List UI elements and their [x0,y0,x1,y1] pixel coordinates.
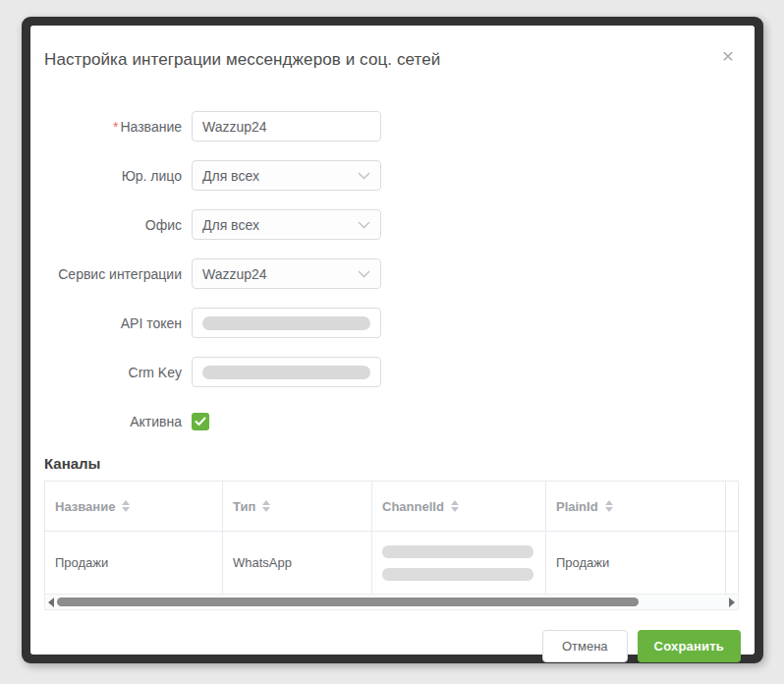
office-selected-value: Для всех [202,217,259,233]
form-row-active: Активна [44,406,741,436]
dialog-title: Настройка интеграции мессенджеров и соц.… [44,50,741,70]
column-header-plainid[interactable]: PlainId [546,482,726,531]
scrollbar-thumb[interactable] [57,598,639,606]
spacer-column [726,482,738,531]
integration-settings-dialog: Настройка интеграции мессенджеров и соц.… [30,26,755,655]
sort-icon[interactable] [122,500,130,512]
chevron-down-icon [358,221,370,229]
cancel-button[interactable]: Отмена [542,630,628,662]
channels-section-heading: Каналы [44,455,741,472]
redacted-value-bar [202,316,370,330]
sort-icon[interactable] [262,500,270,512]
form-row-api-token: API токен [44,308,741,338]
form-row-name: *Название [44,111,741,142]
channels-table: Название Тип ChannelId PlainId [44,481,739,595]
redacted-channel-id [382,545,535,581]
cell-channel-type: WhatsApp [223,532,372,594]
form-row-crm-key: Crm Key [44,357,741,387]
redacted-value-bar [382,568,533,581]
column-header-type[interactable]: Тип [223,482,372,531]
cell-channel-id [372,532,546,594]
active-label: Активна [44,414,182,429]
chevron-down-icon [358,172,370,180]
column-header-channelid[interactable]: ChannelId [372,482,546,531]
close-icon[interactable]: × [717,45,739,67]
legal-entity-select[interactable]: Для всех [192,160,381,191]
integration-service-label: Сервис интеграции [44,266,182,282]
api-token-input[interactable] [192,308,381,338]
form-row-legal-entity: Юр. лицо Для всех [44,160,741,191]
cell-plain-id: Продажи [546,532,726,594]
integration-service-selected-value: Wazzup24 [202,266,267,282]
chevron-down-icon [358,270,370,278]
office-select[interactable]: Для всех [192,209,381,240]
name-field-label: *Название [44,119,182,135]
scroll-right-arrow-icon[interactable] [729,598,735,607]
sort-icon[interactable] [605,500,613,512]
required-asterisk: * [113,119,118,135]
column-header-name[interactable]: Название [45,482,223,531]
crm-key-input[interactable] [192,357,381,387]
cell-channel-name: Продажи [45,532,223,594]
check-icon [195,413,206,430]
redacted-value-bar [382,545,533,558]
save-button[interactable]: Сохранить [638,630,741,662]
legal-entity-label: Юр. лицо [44,168,182,184]
active-checkbox[interactable] [192,413,209,430]
scroll-left-arrow-icon[interactable] [48,598,54,607]
channels-table-header: Название Тип ChannelId PlainId [45,482,738,532]
office-label: Офис [44,217,182,233]
form-row-office: Офис Для всех [44,209,741,240]
form-row-integration-service: Сервис интеграции Wazzup24 [44,258,741,289]
integration-service-select[interactable]: Wazzup24 [192,258,381,289]
name-input[interactable] [192,111,381,142]
crm-key-label: Crm Key [44,365,182,380]
dialog-footer: Отмена Сохранить [44,630,741,662]
redacted-value-bar [202,366,370,379]
legal-entity-selected-value: Для всех [202,168,259,184]
integration-form: *Название Юр. лицо Для всех Офис Для все… [44,111,741,436]
spacer-column [726,532,738,594]
horizontal-scrollbar[interactable] [44,595,739,610]
api-token-label: API токен [44,315,182,331]
sort-icon[interactable] [451,500,459,512]
modal-window-frame: Настройка интеграции мессенджеров и соц.… [22,17,763,663]
table-row: Продажи WhatsApp Продажи [45,532,738,595]
